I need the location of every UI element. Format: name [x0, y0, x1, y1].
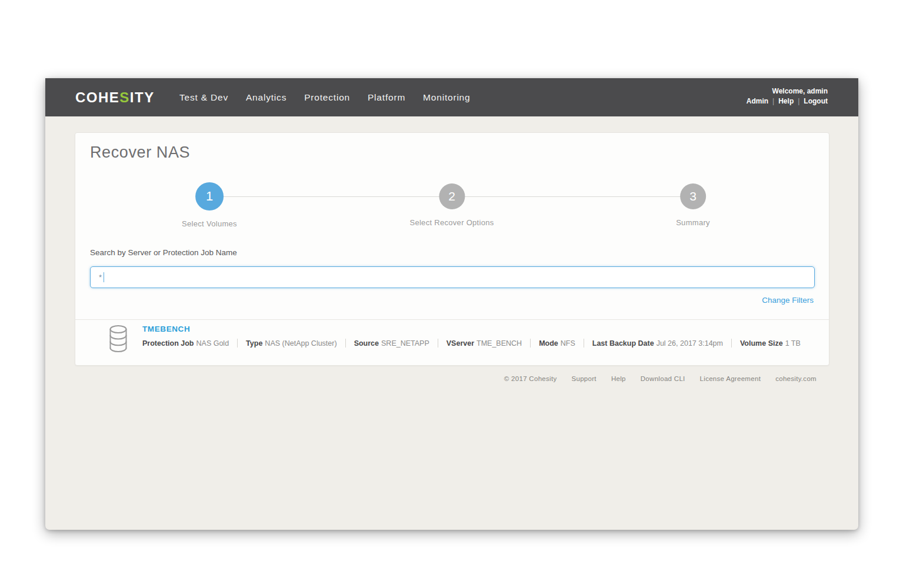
separator: [345, 339, 346, 348]
user-link-help[interactable]: Help: [778, 96, 794, 106]
step-2-label: Select Recover Options: [409, 218, 494, 227]
footer: © 2017 Cohesity Support Help Download CL…: [504, 375, 817, 382]
main-nav: Test & Dev Analytics Protection Platform…: [179, 92, 488, 103]
change-filters-link[interactable]: Change Filters: [762, 296, 814, 305]
result-info: TMEBENCH Protection JobNAS Gold TypeNAS …: [142, 325, 801, 353]
separator: [438, 339, 438, 348]
top-navbar: COHESITY Test & Dev Analytics Protection…: [45, 78, 858, 116]
welcome-text: Welcome, admin: [747, 86, 828, 96]
step-1-label: Select Volumes: [182, 219, 237, 228]
field-last-backup-date: Last Backup DateJul 26, 2017 3:14pm: [592, 339, 723, 348]
search-label: Search by Server or Protection Job Name: [90, 248, 237, 257]
separator: |: [772, 96, 774, 106]
step-3-label: Summary: [676, 218, 710, 227]
result-name-link[interactable]: TMEBENCH: [142, 325, 801, 333]
text-cursor: [104, 272, 104, 282]
copyright-text: © 2017 Cohesity: [504, 375, 557, 382]
footer-link-license-agreement[interactable]: License Agreement: [700, 375, 761, 382]
footer-link-download-cli[interactable]: Download CLI: [641, 375, 685, 382]
footer-link-support[interactable]: Support: [571, 375, 596, 382]
result-details: Protection JobNAS Gold TypeNAS (NetApp C…: [142, 339, 801, 348]
separator: [731, 339, 732, 348]
field-volume-size: Volume Size1 TB: [740, 339, 801, 348]
divider: [75, 319, 829, 320]
nav-item-test-dev[interactable]: Test & Dev: [179, 92, 228, 103]
field-vserver: VServerTME_BENCH: [446, 339, 522, 348]
field-source: SourceSRE_NETAPP: [354, 339, 429, 348]
user-link-admin[interactable]: Admin: [747, 96, 768, 106]
field-protection-job: Protection JobNAS Gold: [142, 339, 229, 348]
nav-item-analytics[interactable]: Analytics: [246, 92, 286, 103]
recover-nas-card: Recover NAS 1 Select Volumes 2 Select Re…: [75, 132, 829, 366]
volume-result-row[interactable]: TMEBENCH Protection JobNAS Gold TypeNAS …: [108, 325, 814, 353]
nav-item-platform[interactable]: Platform: [368, 92, 405, 103]
separator: [530, 339, 531, 348]
wizard-step-recover-options: 2 Select Recover Options: [409, 183, 494, 227]
footer-link-help[interactable]: Help: [611, 375, 626, 382]
search-field-wrap: [90, 266, 815, 288]
wizard-steps: 1 Select Volumes 2 Select Recover Option…: [75, 182, 829, 229]
user-link-logout[interactable]: Logout: [804, 96, 828, 106]
search-input[interactable]: [90, 266, 815, 288]
cohesity-logo[interactable]: COHESITY: [75, 78, 155, 116]
app-window: COHESITY Test & Dev Analytics Protection…: [45, 78, 858, 530]
user-links: Admin | Help | Logout: [747, 96, 828, 106]
separator: [237, 339, 238, 348]
logo-accent-s: S: [119, 89, 130, 106]
step-1-circle[interactable]: 1: [195, 182, 224, 211]
user-block: Welcome, admin Admin | Help | Logout: [747, 86, 828, 106]
separator: [584, 339, 584, 348]
field-mode: ModeNFS: [539, 339, 575, 348]
wizard-step-summary: 3 Summary: [676, 183, 710, 227]
separator: |: [798, 96, 799, 106]
nav-item-monitoring[interactable]: Monitoring: [423, 92, 470, 103]
step-3-circle[interactable]: 3: [680, 183, 706, 209]
footer-link-cohesity-com[interactable]: cohesity.com: [775, 375, 817, 382]
logo-text: ITY: [130, 89, 155, 106]
nav-item-protection[interactable]: Protection: [304, 92, 350, 103]
page-title: Recover NAS: [90, 143, 190, 162]
step-2-circle[interactable]: 2: [439, 183, 465, 209]
logo-text: COHE: [75, 89, 119, 106]
field-type: TypeNAS (NetApp Cluster): [246, 339, 337, 348]
wizard-step-select-volumes: 1 Select Volumes: [182, 182, 237, 228]
database-icon: [108, 325, 128, 353]
